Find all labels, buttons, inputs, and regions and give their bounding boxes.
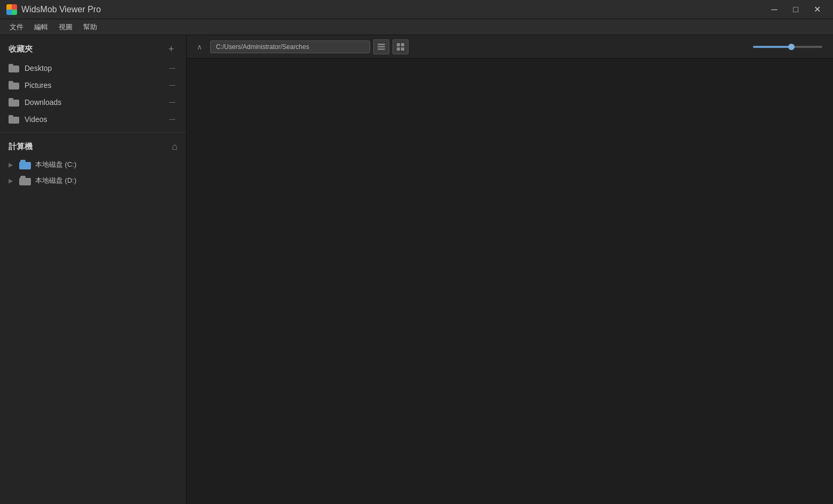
sidebar-item-downloads-remove[interactable]: ─ <box>167 97 178 108</box>
maximize-button[interactable]: □ <box>786 2 805 17</box>
sidebar-item-downloads-label: Downloads <box>25 98 61 107</box>
toolbar: ∧ C:/Users/Administrator/Searches <box>187 35 833 59</box>
folder-icon-downloads <box>9 98 19 107</box>
sidebar: 收藏夾 + Desktop ─ Pictures ─ Downloads ─ <box>0 35 187 504</box>
folder-icon-pictures <box>9 81 19 90</box>
home-icon[interactable]: ⌂ <box>172 141 178 152</box>
zoom-slider-container <box>753 46 822 48</box>
sidebar-item-pictures-remove[interactable]: ─ <box>167 80 178 91</box>
content-panel: ∧ C:/Users/Administrator/Searches <box>187 35 833 504</box>
menubar: 文件 編輯 視圖 幫助 <box>0 19 833 35</box>
svg-rect-1 <box>378 46 385 47</box>
svg-rect-4 <box>401 43 404 46</box>
zoom-slider-fill <box>753 46 791 48</box>
svg-rect-0 <box>378 44 385 45</box>
app-title: WidsMob Viewer Pro <box>21 5 101 14</box>
drive-d-label: 本地磁盘 (D:) <box>35 176 76 185</box>
computer-label: 計算機 <box>9 142 33 152</box>
drive-c-expand-arrow[interactable]: ▶ <box>9 161 15 168</box>
computer-section-header: 計算機 ⌂ <box>0 137 186 157</box>
menu-file[interactable]: 文件 <box>4 20 29 34</box>
favorites-label: 收藏夾 <box>9 44 33 54</box>
titlebar: WidsMob Viewer Pro ─ □ ✕ <box>0 0 833 19</box>
nav-up-button[interactable]: ∧ <box>192 39 207 54</box>
view-list-button[interactable] <box>373 39 389 54</box>
drive-d-icon <box>19 176 31 185</box>
close-button[interactable]: ✕ <box>807 2 827 17</box>
sidebar-item-videos[interactable]: Videos ─ <box>0 111 186 128</box>
drive-c-item[interactable]: ▶ 本地磁盘 (C:) <box>0 157 186 173</box>
drive-d-expand-arrow[interactable]: ▶ <box>9 177 15 184</box>
zoom-slider-thumb[interactable] <box>788 44 795 50</box>
sidebar-item-pictures-label: Pictures <box>25 81 52 90</box>
svg-rect-6 <box>401 47 404 51</box>
sidebar-item-videos-remove[interactable]: ─ <box>167 114 178 125</box>
svg-rect-3 <box>397 43 400 46</box>
sidebar-item-desktop-remove[interactable]: ─ <box>167 63 178 74</box>
menu-view[interactable]: 視圖 <box>53 20 78 34</box>
drive-d-item[interactable]: ▶ 本地磁盘 (D:) <box>0 173 186 189</box>
sidebar-item-desktop-label: Desktop <box>25 64 52 72</box>
menu-help[interactable]: 幫助 <box>78 20 102 34</box>
folder-icon-desktop <box>9 64 19 72</box>
view-grid-button[interactable] <box>393 39 409 54</box>
folder-icon-videos <box>9 115 19 124</box>
favorites-add-button[interactable]: + <box>165 43 178 55</box>
zoom-slider[interactable] <box>753 46 822 48</box>
sidebar-item-videos-label: Videos <box>25 115 47 124</box>
drive-c-label: 本地磁盘 (C:) <box>35 160 76 169</box>
sidebar-item-downloads[interactable]: Downloads ─ <box>0 94 186 111</box>
menu-edit[interactable]: 編輯 <box>29 20 53 34</box>
favorites-section-header: 收藏夾 + <box>0 35 186 60</box>
section-divider <box>0 132 186 133</box>
main-layout: 收藏夾 + Desktop ─ Pictures ─ Downloads ─ <box>0 35 833 504</box>
app-logo <box>6 4 17 15</box>
content-area <box>187 59 833 504</box>
minimize-button[interactable]: ─ <box>765 2 784 17</box>
sidebar-item-pictures[interactable]: Pictures ─ <box>0 77 186 94</box>
titlebar-controls: ─ □ ✕ <box>765 2 827 17</box>
path-bar[interactable]: C:/Users/Administrator/Searches <box>210 40 370 53</box>
sidebar-item-desktop[interactable]: Desktop ─ <box>0 60 186 77</box>
svg-rect-2 <box>378 48 385 50</box>
drive-c-icon <box>19 160 31 169</box>
svg-rect-5 <box>397 47 400 51</box>
